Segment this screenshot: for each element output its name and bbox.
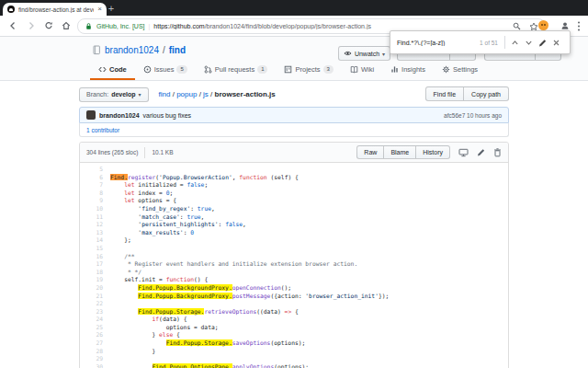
line-number[interactable]: 30 <box>80 363 110 368</box>
code-text: self.init = function() { <box>110 276 208 284</box>
trash-icon[interactable] <box>493 148 502 157</box>
desktop-icon[interactable] <box>458 148 469 157</box>
blame-button[interactable]: Blame <box>383 145 416 159</box>
bookmark-star-icon[interactable] <box>529 22 538 31</box>
line-number[interactable]: 5 <box>80 166 110 174</box>
history-button[interactable]: History <box>415 145 450 159</box>
file-size: 10.1 KB <box>152 149 173 155</box>
line-number[interactable]: 28 <box>80 348 110 356</box>
raw-button[interactable]: Raw <box>356 145 384 159</box>
line-number[interactable]: 6 <box>80 174 110 182</box>
code-line: 18 * */ <box>80 269 508 277</box>
find-file-button[interactable]: Find file <box>425 86 465 101</box>
back-icon[interactable] <box>8 21 17 30</box>
forward-icon[interactable] <box>27 21 36 30</box>
tab-settings[interactable]: Settings <box>434 62 486 80</box>
edit-pencil-icon[interactable] <box>477 148 485 156</box>
line-number[interactable]: 17 <box>80 260 110 269</box>
line-number[interactable]: 26 <box>80 331 110 339</box>
code-text: 'persistent_highlights': false, <box>110 221 246 229</box>
line-number[interactable]: 20 <box>80 284 110 293</box>
breadcrumb-link[interactable]: find <box>159 90 171 98</box>
code-text: 'match_case': true, <box>110 213 204 222</box>
repo-name-link[interactable]: find <box>169 45 186 55</box>
new-tab-button[interactable]: + <box>104 3 119 15</box>
repo-separator: / <box>163 45 165 55</box>
gear-icon <box>442 65 450 74</box>
profile-icon[interactable] <box>560 21 570 30</box>
chevron-up-icon[interactable] <box>508 39 522 47</box>
line-number[interactable]: 24 <box>80 316 110 324</box>
line-number[interactable]: 11 <box>80 213 110 222</box>
line-number[interactable]: 7 <box>80 181 110 190</box>
tab-issues[interactable]: Issues5 <box>135 62 196 80</box>
line-number[interactable]: 23 <box>80 308 110 316</box>
count-badge: 3 <box>323 65 334 74</box>
code-text: }; <box>110 236 131 245</box>
line-number[interactable]: 10 <box>80 205 110 213</box>
chevron-down-icon[interactable] <box>522 39 536 47</box>
find-extension-icon[interactable] <box>538 20 548 30</box>
breadcrumb-link[interactable]: popup <box>176 90 197 98</box>
line-number[interactable]: 22 <box>80 300 110 308</box>
pencil-icon[interactable] <box>536 39 549 47</box>
close-icon[interactable] <box>549 39 563 47</box>
tab-code[interactable]: Code <box>90 62 135 80</box>
tab-pull-requests[interactable]: Pull requests1 <box>196 62 277 80</box>
line-number[interactable]: 14 <box>80 236 110 245</box>
line-number[interactable]: 12 <box>80 221 110 229</box>
commit-author-link[interactable]: brandon1024 <box>99 112 140 119</box>
code-line: 12 'persistent_highlights': false, <box>80 221 508 229</box>
find-popup-divider <box>504 36 505 49</box>
page-zoom-icon[interactable] <box>513 22 521 30</box>
browser-tab[interactable]: find/browser-action.js at devel × <box>3 3 107 16</box>
line-number[interactable]: 19 <box>80 276 110 284</box>
tab-wiki[interactable]: Wiki <box>342 62 382 80</box>
commit-tease: brandon1024 various bug fixes afc56e7 10… <box>79 107 509 137</box>
copy-path-button[interactable]: Copy path <box>463 86 509 101</box>
code-line: 13 'max_results': 0 <box>80 229 508 237</box>
breadcrumb: find / popup / js / browser-action.js <box>159 90 276 98</box>
code-line: 16 /** <box>80 253 508 261</box>
line-number[interactable]: 18 <box>80 269 110 277</box>
wiki-icon <box>350 65 358 74</box>
line-number[interactable]: 25 <box>80 324 110 332</box>
line-number[interactable]: 16 <box>80 253 110 261</box>
caret-down-icon: ▾ <box>139 91 141 98</box>
project-icon <box>284 65 292 74</box>
code-line: 6Find.register('Popup.BrowserAction', fu… <box>80 174 508 182</box>
tab-projects[interactable]: Projects3 <box>276 62 341 80</box>
line-number[interactable]: 15 <box>80 245 110 253</box>
code-text: let index = 0; <box>110 190 173 198</box>
tab-close-icon[interactable]: × <box>97 6 102 13</box>
tab-insights[interactable]: Insights <box>382 62 434 80</box>
line-number[interactable]: 13 <box>80 229 110 237</box>
file-lines-info: 304 lines (265 sloc) <box>86 149 138 155</box>
home-icon[interactable] <box>62 21 71 30</box>
reload-icon[interactable] <box>44 21 53 30</box>
tab-label: Wiki <box>361 65 374 74</box>
code-line: 9 let options = { <box>80 197 508 205</box>
line-number[interactable]: 29 <box>80 355 110 363</box>
find-query-input[interactable]: Find.*?\.(?=[a-z]) <box>397 40 476 46</box>
line-number[interactable]: 21 <box>80 293 110 301</box>
line-number[interactable]: 27 <box>80 339 110 348</box>
branch-select-button[interactable]: Branch: develop ▾ <box>79 87 149 102</box>
breadcrumb-separator: / <box>209 90 215 98</box>
repo-owner-link[interactable]: brandon1024 <box>105 45 159 55</box>
avatar[interactable] <box>86 110 96 120</box>
code-line: 28 } <box>80 348 508 356</box>
code-text: Find.register('Popup.BrowserAction', fun… <box>110 174 299 182</box>
count-badge: 1 <box>257 65 267 74</box>
unwatch-button[interactable]: Unwatch ▾ <box>338 46 390 61</box>
line-number[interactable]: 8 <box>80 190 110 198</box>
code-icon <box>98 65 107 74</box>
kebab-menu-icon[interactable] <box>577 21 581 31</box>
commit-sha-time[interactable]: afc56e7 10 hours ago <box>444 112 502 119</box>
commit-message-link[interactable]: various bug fixes <box>143 112 192 119</box>
contributors-link[interactable]: 1 contributor <box>86 127 119 133</box>
url-path: /brandon1024/find/blob/develop/popup/js/… <box>205 23 371 29</box>
line-number[interactable]: 9 <box>80 197 110 205</box>
tab-title: find/browser-action.js at devel <box>18 6 94 13</box>
code-line: 27 Find.Popup.Storage.saveOptions(option… <box>80 339 508 348</box>
